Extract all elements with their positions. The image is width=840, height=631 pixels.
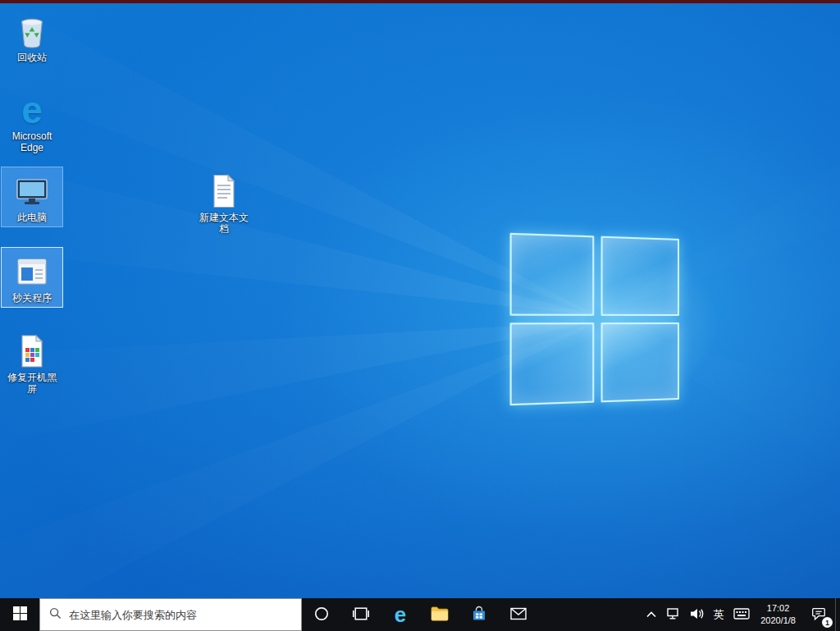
taskbar-clock[interactable]: 17:02 2020/1/8 <box>754 598 802 631</box>
ime-mode-button[interactable] <box>729 598 754 631</box>
desktop-icon-label: 新建文本文档 <box>195 212 253 235</box>
action-center-button[interactable]: 1 <box>802 598 835 631</box>
edge-icon: e <box>14 92 50 128</box>
desktop-icon-label: 回收站 <box>17 52 47 63</box>
app-window-icon <box>14 254 50 290</box>
folder-icon <box>431 606 449 624</box>
mail-button[interactable] <box>499 598 538 631</box>
windows-desktop: 回收站 e Microsoft Edge 此电脑 <box>0 0 840 631</box>
edge-icon: e <box>395 604 406 625</box>
cortana-button[interactable] <box>302 598 341 631</box>
cortana-circle-icon <box>313 606 330 624</box>
network-button[interactable] <box>662 598 685 631</box>
edge-letter: e <box>21 92 43 128</box>
notification-badge: 1 <box>822 617 833 628</box>
ime-language-indicator[interactable]: 英 <box>708 598 729 631</box>
repair-tool-icon <box>14 333 50 369</box>
speaker-icon <box>689 607 704 623</box>
clock-time: 17:02 <box>767 602 790 615</box>
this-pc-icon <box>14 173 50 209</box>
ime-keyboard-icon <box>733 607 750 623</box>
task-view-button[interactable] <box>341 598 381 631</box>
volume-button[interactable] <box>685 598 708 631</box>
desktop-icon-label: 此电脑 <box>17 212 47 223</box>
windows-logo <box>510 233 679 406</box>
desktop-icon-microsoft-edge[interactable]: e Microsoft Edge <box>1 85 63 158</box>
desktop-icon-fix-boot-black-screen[interactable]: 修复开机黑屏 <box>1 327 63 400</box>
windows-logo-pane <box>601 236 679 316</box>
taskbar-search-box[interactable] <box>39 598 302 631</box>
windows-logo-pane <box>601 322 679 402</box>
desktop-icon-new-text-document[interactable]: 新建文本文档 <box>193 167 255 240</box>
recycle-bin-icon <box>14 13 50 49</box>
text-document-icon <box>206 173 242 209</box>
wallpaper <box>0 0 840 631</box>
clock-date: 2020/1/8 <box>760 615 796 627</box>
tray-expand-button[interactable] <box>641 598 662 631</box>
windows-logo-pane <box>510 322 595 405</box>
search-input[interactable] <box>69 609 292 621</box>
desktop-icon-recycle-bin[interactable]: 回收站 <box>1 7 63 67</box>
top-edge-artifact <box>0 0 840 3</box>
chevron-up-icon <box>646 609 657 621</box>
mail-envelope-icon <box>510 607 527 623</box>
store-button[interactable] <box>459 598 499 631</box>
search-icon <box>49 607 62 623</box>
desktop-icon-label: 修复开机黑屏 <box>3 372 61 396</box>
start-button[interactable] <box>0 598 39 631</box>
desktop-icon-this-pc[interactable]: 此电脑 <box>1 167 63 227</box>
file-explorer-button[interactable] <box>420 598 459 631</box>
taskbar: e <box>0 598 840 631</box>
task-view-icon <box>353 606 369 624</box>
desktop-icon-quick-close-app[interactable]: 秒关程序 <box>1 247 63 308</box>
show-desktop-strip[interactable] <box>835 598 840 631</box>
system-tray: 英 17:02 2020/1/8 <box>641 598 840 631</box>
desktop-icon-label: Microsoft Edge <box>3 130 61 154</box>
windows-start-icon <box>13 606 27 623</box>
windows-logo-pane <box>510 233 595 316</box>
edge-taskbar-button[interactable]: e <box>381 598 420 631</box>
store-bag-icon <box>471 606 487 624</box>
desktop-icon-label: 秒关程序 <box>12 292 52 304</box>
network-icon <box>666 607 681 623</box>
